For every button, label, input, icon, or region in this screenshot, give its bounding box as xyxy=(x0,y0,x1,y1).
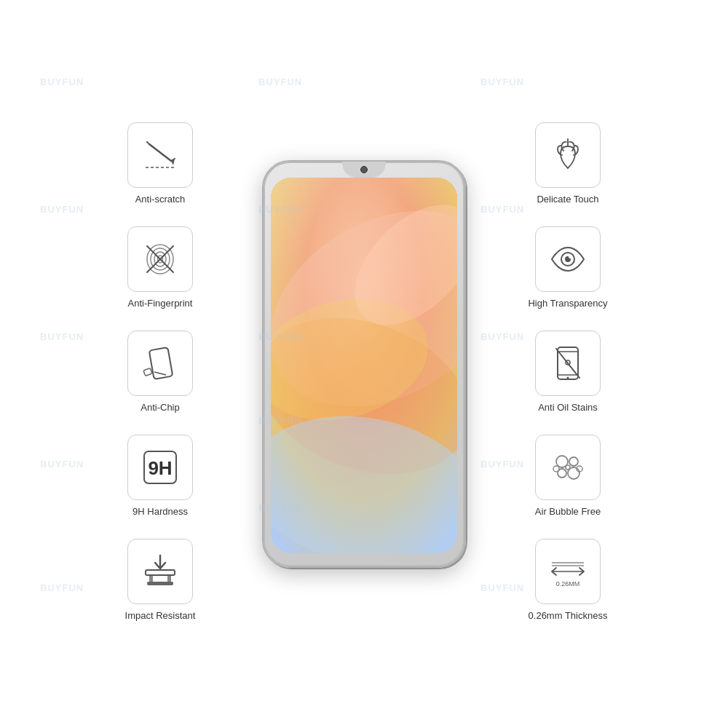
phone-stain-icon xyxy=(546,341,590,385)
9h-hardness-label: 9H Hardness xyxy=(132,506,188,517)
phone-screen xyxy=(271,178,457,553)
svg-point-33 xyxy=(567,376,569,379)
phone-button-left2 xyxy=(262,274,264,311)
feature-impact-resistant: Impact Resistant xyxy=(125,539,196,621)
thickness-icon: 0.26MM xyxy=(546,550,590,593)
svg-text:9H: 9H xyxy=(148,457,172,479)
9h-icon-box: 9H xyxy=(127,435,193,500)
air-bubble-free-label: Air Bubble Free xyxy=(535,506,601,517)
bubbles-icon xyxy=(546,446,590,489)
watermark: BUYFUN xyxy=(258,76,302,87)
thickness-icon-box: 0.26MM xyxy=(535,539,601,604)
svg-text:0.26MM: 0.26MM xyxy=(556,580,580,587)
screen-graphics xyxy=(271,178,457,553)
impact-resistant-label: Impact Resistant xyxy=(125,610,196,621)
feature-anti-fingerprint: Anti-Fingerprint xyxy=(127,226,193,309)
svg-rect-18 xyxy=(167,575,171,582)
impact-icon xyxy=(138,550,182,593)
phone-notch xyxy=(342,162,386,178)
eye-icon xyxy=(546,237,590,281)
high-transparency-label: High Transparency xyxy=(528,298,607,309)
high-transparency-icon-box xyxy=(535,226,601,292)
phone-mockup xyxy=(262,160,466,568)
svg-line-12 xyxy=(154,372,166,375)
feature-air-bubble-free: Air Bubble Free xyxy=(535,435,601,517)
watermark: BUYFUN xyxy=(40,582,84,593)
feature-delicate-touch: Delicate Touch xyxy=(535,122,601,205)
anti-oil-stains-icon-box xyxy=(535,331,601,396)
svg-rect-17 xyxy=(149,575,153,582)
delicate-touch-label: Delicate Touch xyxy=(537,194,598,205)
9h-icon: 9H xyxy=(138,446,182,489)
right-features-column: Delicate Touch High Transparency xyxy=(488,108,648,621)
anti-fingerprint-icon-box xyxy=(127,226,193,292)
anti-fingerprint-label: Anti-Fingerprint xyxy=(128,298,193,309)
touch-icon xyxy=(546,133,590,177)
anti-oil-stains-label: Anti Oil Stains xyxy=(538,402,598,413)
svg-point-40 xyxy=(566,465,570,470)
feature-anti-scratch: Anti-scratch xyxy=(127,122,193,205)
svg-rect-19 xyxy=(146,570,175,575)
svg-point-37 xyxy=(569,457,578,466)
scratch-icon xyxy=(138,133,182,177)
phone-camera xyxy=(360,166,368,173)
svg-point-42 xyxy=(553,466,559,472)
watermark: BUYFUN xyxy=(40,204,84,215)
left-features-column: Anti-scratch Anti-Fingerprint xyxy=(80,108,240,621)
watermark: BUYFUN xyxy=(40,76,84,87)
svg-line-0 xyxy=(149,144,171,161)
svg-rect-16 xyxy=(147,582,173,585)
anti-chip-icon-box xyxy=(127,331,193,396)
anti-scratch-label: Anti-scratch xyxy=(135,194,186,205)
feature-anti-chip: Anti-Chip xyxy=(127,331,193,413)
phone-button-right xyxy=(464,264,466,307)
svg-rect-13 xyxy=(143,368,152,376)
svg-line-2 xyxy=(147,142,149,144)
chip-icon xyxy=(138,341,182,385)
svg-line-35 xyxy=(556,349,579,378)
watermark: BUYFUN xyxy=(480,76,524,87)
main-container: BUYFUN BUYFUN BUYFUN BUYFUN BUYFUN BUYFU… xyxy=(0,0,728,728)
fingerprint-icon xyxy=(138,237,182,281)
phone-container xyxy=(240,160,488,568)
anti-chip-label: Anti-Chip xyxy=(141,402,179,413)
feature-thickness: 0.26MM 0.26mm Thickness xyxy=(529,539,608,621)
impact-icon-box xyxy=(127,539,193,604)
thickness-label: 0.26mm Thickness xyxy=(529,610,608,621)
anti-scratch-icon-box xyxy=(127,122,193,188)
svg-point-29 xyxy=(569,256,571,258)
phone-button-left3 xyxy=(262,318,264,355)
feature-anti-oil-stains: Anti Oil Stains xyxy=(535,331,601,413)
svg-rect-11 xyxy=(149,347,173,379)
feature-high-transparency: High Transparency xyxy=(528,226,607,309)
air-bubble-free-icon-box xyxy=(535,435,601,500)
delicate-touch-icon-box xyxy=(535,122,601,188)
watermark: BUYFUN xyxy=(40,331,84,342)
feature-9h-hardness: 9H 9H Hardness xyxy=(127,435,193,517)
watermark: BUYFUN xyxy=(40,459,84,470)
phone-button-left1 xyxy=(262,242,264,267)
